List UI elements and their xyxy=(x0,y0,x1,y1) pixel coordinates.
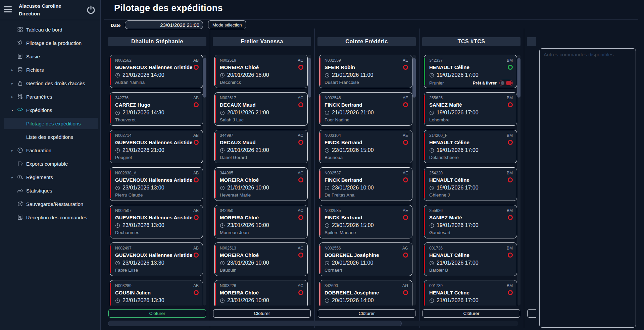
close-column-button[interactable]: Clôturer xyxy=(527,309,536,318)
sidebar-item-reglements[interactable]: ▸ Règlements xyxy=(0,170,100,184)
order-card[interactable]: N002562 AB GUEVENOUX Hallennes Aristide … xyxy=(110,55,203,88)
column-scrollbar[interactable] xyxy=(308,55,311,306)
order-number: N002513 xyxy=(220,246,236,251)
clock-icon xyxy=(220,73,225,78)
due-date: 21/01/2026 14:30 xyxy=(122,110,164,116)
order-card[interactable]: 344997 AC DECAUX Maud 20/01/2026 21:00 D… xyxy=(214,130,308,163)
sidebar-item-pilotage-des-expeditions[interactable]: Pilotage des expéditions xyxy=(0,117,100,130)
sidebar-item-parametres[interactable]: ▸ Paramètres xyxy=(0,90,100,103)
close-column-button[interactable]: Clôturer xyxy=(423,309,520,318)
horizontal-scrollbar-thumb[interactable] xyxy=(108,321,402,326)
contact-name: Thouveret xyxy=(115,117,136,122)
order-badge: AC xyxy=(298,58,303,63)
client-name: GUEVENOUX Hallennes Aristide xyxy=(115,140,192,145)
order-card[interactable]: N002513 AC MOREIRA Chloé 23/01/2026 10:0… xyxy=(214,242,308,276)
client-name: HENAULT Céline xyxy=(429,252,469,258)
contact-name: Prunier xyxy=(429,80,444,86)
order-card[interactable]: N003226 AC MOREIRA Chloé 23/01/2026 10:0… xyxy=(214,280,308,306)
order-card[interactable]: N002585 AE FINCK Bertrand 23/01/2026 15:… xyxy=(319,205,412,238)
order-card[interactable]: N003104 AE FINCK Bertrand 22/01/2026 15:… xyxy=(319,130,412,163)
order-badge: AE xyxy=(403,208,408,213)
sidebar-menu: Tableau de bord Pilotage de la productio… xyxy=(0,20,100,224)
client-name: DECAUX Maud xyxy=(220,102,256,108)
order-card[interactable]: N002519 AC MOREIRA Chloé 20/01/2026 18:0… xyxy=(214,55,308,88)
due-date: 20/01/2026 21:00 xyxy=(227,147,269,153)
ready-toggle[interactable] xyxy=(499,80,513,86)
order-card[interactable]: 254220 BM HENAULT Céline 19/01/2026 17:0… xyxy=(424,167,517,201)
due-date: 20/01/2026 11:00 xyxy=(332,260,373,266)
sidebar-item-pilotage-de-la-production[interactable]: Pilotage de la production xyxy=(0,36,100,50)
order-card[interactable]: N002497 AB GUEVENOUX Hallennes Aristide … xyxy=(110,242,203,276)
board: Dhalluin Stéphanie N002562 AB GUEVENOUX … xyxy=(108,37,536,330)
order-card[interactable]: N002559 AE SFEIR Robin 21/01/2026 11:00 … xyxy=(319,55,412,88)
client-name: SFEIR Robin xyxy=(325,64,355,70)
sidebar-item-expeditions[interactable]: ▾ Expéditions xyxy=(0,103,100,117)
due-date: 20/01/2026 14:00 xyxy=(332,297,374,304)
sidebar-item-exports-comptable[interactable]: Exports comptable xyxy=(0,157,100,170)
order-card[interactable]: 255626 BM SANIEZ Maïté 19/01/2026 17:00 … xyxy=(424,205,517,238)
power-button[interactable] xyxy=(85,4,97,16)
sidebar-item-fichiers[interactable]: ▸ Fichiers xyxy=(0,63,100,76)
client-name: HENAULT Céline xyxy=(429,177,469,183)
column-scrollbar-thumb[interactable] xyxy=(412,58,416,98)
order-card[interactable]: 342337 BM HENAULT Céline 19/01/2026 17:0… xyxy=(424,55,517,88)
order-card[interactable]: 342950 AC MOREIRA Chloé 23/01/2026 10:00… xyxy=(214,205,308,238)
date-input[interactable] xyxy=(125,20,203,29)
order-number: 255626 xyxy=(429,208,443,213)
column-scrollbar-thumb[interactable] xyxy=(517,58,521,98)
order-card[interactable]: N002507 AB GUEVENOUX Hallennes Aristide … xyxy=(110,205,203,238)
column-scrollbar[interactable] xyxy=(203,55,206,306)
clock-icon xyxy=(429,223,434,228)
column-scrollbar-thumb[interactable] xyxy=(308,58,311,98)
clock-icon xyxy=(115,298,120,303)
order-card[interactable]: 001739 BM HENAULT Céline 21/01/2026 17:0… xyxy=(424,280,517,306)
order-card[interactable]: 342776 AB CARREZ Hugo 21/01/2026 14:30 T… xyxy=(110,92,203,126)
order-card[interactable]: N002617 AC DECAUX Maud 20/01/2026 21:00 … xyxy=(214,92,308,126)
production-icon xyxy=(17,40,23,46)
column-scrollbar[interactable] xyxy=(517,55,521,306)
order-card[interactable]: 344985 AC MOREIRA Chloé 21/01/2026 10:00… xyxy=(214,167,308,201)
order-number: N002617 xyxy=(220,96,236,101)
order-number: N002714 xyxy=(115,133,132,138)
due-date: 19/01/2026 17:00 xyxy=(437,110,479,116)
order-card[interactable]: N002938_A AB GUEVENOUX Hallennes Aristid… xyxy=(110,167,203,201)
order-card[interactable]: 342690 AG DOBRENEL Joséphine 20/01/2026 … xyxy=(319,280,412,306)
sidebar-item-reception-des-commandes[interactable]: Réception des commandes xyxy=(0,211,100,224)
mode-selection-button[interactable]: Mode sélection xyxy=(208,20,246,29)
clock-icon xyxy=(220,223,225,228)
contact-name: Moureau Jean xyxy=(220,230,249,235)
order-number: N002497 xyxy=(115,246,132,251)
column-scrollbar-thumb[interactable] xyxy=(203,58,206,98)
sidebar-item-gestion-des-droits-d-acces[interactable]: ▸ Gestion des droits d'accès xyxy=(0,76,100,90)
due-date: 23/01/2026 13:00 xyxy=(122,185,164,191)
hamburger-menu-icon[interactable] xyxy=(4,6,12,12)
order-card[interactable]: N002537 AE FINCK Bertrand 23/01/2026 10:… xyxy=(319,167,412,201)
order-card[interactable]: N002546 AE FINCK Bertrand 21/01/2026 21:… xyxy=(319,92,412,126)
sidebar-item-sauvegarde-restauration[interactable]: Sauvegarde/Restauration xyxy=(0,197,100,211)
order-card[interactable]: N003289 AB COUSIN Julien 23/01/2026 13:3… xyxy=(110,280,203,306)
order-card[interactable]: 001736 BM HENAULT Céline 21/01/2026 17:0… xyxy=(424,242,517,276)
sidebar-item-saisie[interactable]: Saisie xyxy=(0,50,100,63)
status-strip xyxy=(424,95,425,123)
horizontal-scrollbar[interactable] xyxy=(108,321,518,326)
order-card[interactable]: N002714 AB GUEVENOUX Hallennes Aristide … xyxy=(110,130,203,163)
order-number: N002559 xyxy=(325,58,341,63)
sidebar-item-liste-des-expeditions[interactable]: Liste des expéditions xyxy=(0,130,100,144)
status-circle-icon xyxy=(194,177,199,182)
column-scrollbar[interactable] xyxy=(412,55,416,306)
sidebar-item-statistiques[interactable]: Statistiques xyxy=(0,184,100,197)
other-orders-panel[interactable]: Autres commandes disponibles xyxy=(539,48,636,328)
client-name: MOREIRA Chloé xyxy=(220,252,259,258)
sidebar-item-tableau-de-bord[interactable]: Tableau de bord xyxy=(0,23,100,36)
status-strip xyxy=(110,133,111,160)
contact-name: Deconinck xyxy=(220,80,241,85)
order-card[interactable]: 214200_F BM HENAULT Céline 19/01/2026 17… xyxy=(424,130,517,163)
close-column-button[interactable]: Clôturer xyxy=(213,309,311,318)
close-column-button[interactable]: Clôturer xyxy=(108,309,206,318)
order-badge: AE xyxy=(403,96,408,101)
contact-name: Autran Yamina xyxy=(115,80,145,85)
sidebar-item-facturation[interactable]: ▸ € Facturation xyxy=(0,144,100,157)
order-card[interactable]: 255625 BM SANIEZ Maïté 19/01/2026 17:00 … xyxy=(424,92,517,126)
close-column-button[interactable]: Clôturer xyxy=(318,309,415,318)
order-card[interactable]: N002556 AG DOBRENEL Joséphine 20/01/2026… xyxy=(319,242,412,276)
